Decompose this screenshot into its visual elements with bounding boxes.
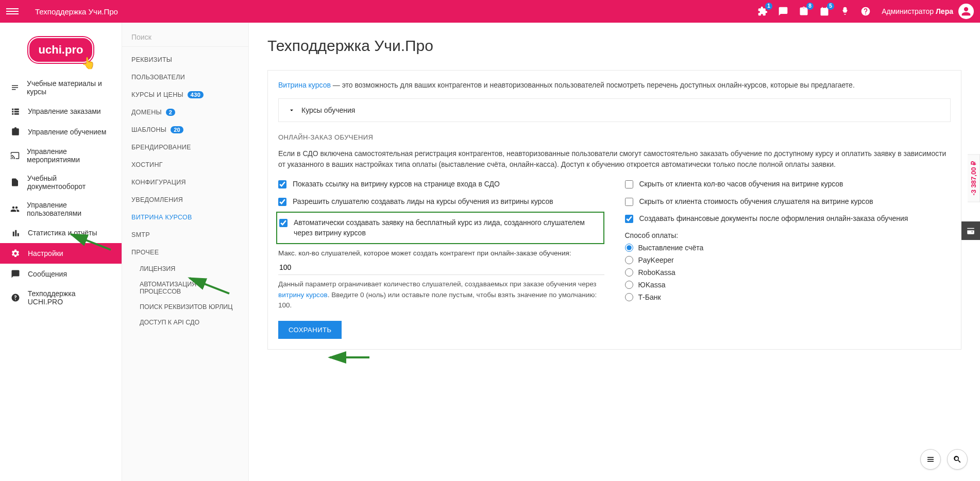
pay-opt-paykeeper[interactable]: PayKeeper <box>625 256 951 264</box>
radio[interactable] <box>625 256 633 264</box>
sidebar-item-support[interactable]: Техподдержка UCHI.PRO <box>0 284 122 311</box>
check-label: Скрыть от клиента стоимость обучения слу… <box>639 197 873 207</box>
radio[interactable] <box>625 293 633 301</box>
sidebar-item-events[interactable]: Управление мероприятиями <box>0 142 122 169</box>
news-icon[interactable] <box>839 6 851 17</box>
badge: 1 <box>765 3 772 10</box>
clipboard-icon <box>10 127 21 137</box>
cursor-icon: 👆 <box>81 57 95 70</box>
sub-nav-other[interactable]: ПРОЧЕЕ <box>122 244 248 261</box>
check-auto-create[interactable]: Автоматически создавать заявку на беспла… <box>279 218 599 238</box>
max-listeners-input[interactable] <box>278 260 604 275</box>
checkbox[interactable] <box>625 198 633 206</box>
sidebar-item-label: Управление пользователями <box>27 201 111 217</box>
sub-nav-license[interactable]: ЛИЦЕНЗИЯ <box>122 261 248 277</box>
users-icon <box>10 204 20 214</box>
check-allow-leads[interactable]: Разрешить слушателю создавать лиды на ку… <box>278 197 604 207</box>
radio[interactable] <box>625 281 633 289</box>
pay-opt-yukassa[interactable]: ЮKassa <box>625 281 951 289</box>
logo[interactable]: uchi.pro👆 <box>0 28 122 74</box>
showcase-link[interactable]: Витрина курсов <box>278 81 331 89</box>
sidebar-item-materials[interactable]: Учебные материалы и курсы <box>0 74 122 101</box>
sub-nav-templates[interactable]: ШАБЛОНЫ20 <box>122 121 248 139</box>
sub-nav-branding[interactable]: БРЕНДИРОВАНИЕ <box>122 139 248 156</box>
sub-nav-api[interactable]: ДОСТУП К API СДО <box>122 315 248 330</box>
search-input[interactable]: Поиск <box>122 28 248 47</box>
checkbox[interactable] <box>278 198 286 206</box>
pay-opt-robokassa[interactable]: RoboKassa <box>625 268 951 277</box>
sub-nav-label: ДОМЕНЫ <box>131 109 162 116</box>
accordion-label: Курсы обучения <box>301 106 355 114</box>
main-content: Техподдержка Учи.Про Витрина курсов — эт… <box>249 23 980 481</box>
helper-text: Данный параметр ограничивает количество … <box>278 279 604 311</box>
save-button[interactable]: СОХРАНИТЬ <box>278 321 342 339</box>
user-menu[interactable]: Администратор Лера <box>882 4 974 19</box>
sidebar-item-label: Сообщения <box>28 270 67 278</box>
sub-nav-configuration[interactable]: КОНФИГУРАЦИЯ <box>122 174 248 191</box>
sub-nav-req-search[interactable]: ПОИСК РЕКВИЗИТОВ ЮРЛИЦ <box>122 299 248 315</box>
check-label: Автоматически создавать заявку на беспла… <box>294 218 599 238</box>
sub-nav-courses-prices[interactable]: КУРСЫ И ЦЕНЫ430 <box>122 86 248 104</box>
user-role: Администратор <box>882 7 934 15</box>
section-desc: Если в СДО включена самостоятельная реги… <box>278 148 951 170</box>
sub-nav-label: ПОЛЬЗОВАТЕЛИ <box>131 74 185 81</box>
app-title: Техподдержка Учи.Про <box>35 7 118 16</box>
fab-search-icon[interactable] <box>947 449 968 470</box>
menu-toggle-icon[interactable] <box>6 5 19 18</box>
checkbox[interactable] <box>625 215 633 223</box>
sub-nav-automation[interactable]: АВТОМАТИЗАЦИЯ ПРОЦЕССОВ <box>122 277 248 299</box>
sidebar-item-label: Учебные материалы и курсы <box>27 79 111 96</box>
cast-icon <box>10 150 20 161</box>
assignment-icon[interactable]: 8 <box>798 6 809 17</box>
help-icon[interactable] <box>860 6 871 17</box>
pay-opt-invoice[interactable]: Выставление счёта <box>625 244 951 252</box>
checkbox[interactable] <box>279 219 288 227</box>
sub-nav-notifications[interactable]: УВЕДОМЛЕНИЯ <box>122 191 248 209</box>
event-icon[interactable]: 5 <box>819 6 830 17</box>
sub-nav-label: КУРСЫ И ЦЕНЫ <box>131 91 183 98</box>
radio[interactable] <box>625 268 633 277</box>
sidebar-item-label: Управление заказами <box>28 107 101 115</box>
courses-accordion[interactable]: Курсы обучения <box>278 98 951 122</box>
fab-list-icon[interactable] <box>920 449 941 470</box>
settings-card: Витрина курсов — это возможность для ваш… <box>267 70 961 350</box>
sub-nav-label: БРЕНДИРОВАНИЕ <box>131 144 191 151</box>
doc-icon <box>10 177 20 187</box>
sidebar-item-documents[interactable]: Учебный документооборот <box>0 169 122 196</box>
sidebar-item-label: Учебный документооборот <box>27 174 111 191</box>
radio-label: RoboKassa <box>638 268 675 277</box>
sub-nav-smtp[interactable]: SMTP <box>122 226 248 244</box>
intro-rest: — это возможность для ваших контрагентов… <box>331 81 855 89</box>
check-hide-price[interactable]: Скрыть от клиента стоимость обучения слу… <box>625 197 951 207</box>
sub-nav-hosting[interactable]: ХОСТИНГ <box>122 156 248 174</box>
sub-nav-showcase[interactable]: ВИТРИНА КУРСОВ <box>122 209 248 226</box>
showcase-inline-link[interactable]: витрину курсов <box>278 291 328 299</box>
sub-nav-users[interactable]: ПОЛЬЗОВАТЕЛИ <box>122 68 248 86</box>
pay-opt-tbank[interactable]: Т-Банк <box>625 293 951 301</box>
chat-icon[interactable] <box>778 6 789 17</box>
sidebar-item-orders[interactable]: Управление заказами <box>0 101 122 122</box>
sidebar-item-messages[interactable]: Сообщения <box>0 264 122 284</box>
checkbox[interactable] <box>625 180 633 188</box>
puzzle-icon[interactable]: 1 <box>757 6 768 17</box>
check-hide-hours[interactable]: Скрыть от клиента кол-во часов обучения … <box>625 179 951 190</box>
sidebar-item-learning[interactable]: Управление обучением <box>0 122 122 142</box>
radio[interactable] <box>625 244 633 252</box>
sub-nav-requisites[interactable]: РЕКВИЗИТЫ <box>122 51 248 68</box>
wallet-icon[interactable] <box>961 221 980 240</box>
check-show-link[interactable]: Показать ссылку на витрину курсов на стр… <box>278 179 604 190</box>
message-icon <box>10 269 21 279</box>
balance-tab[interactable]: -3 387,00 ₽ <box>968 154 980 202</box>
sidebar-item-stats[interactable]: Статистика и отчёты <box>0 222 122 243</box>
check-create-findocs[interactable]: Создавать финансовые документы после офо… <box>625 214 951 224</box>
sub-nav-domains[interactable]: ДОМЕНЫ2 <box>122 104 248 121</box>
highlight-box: Автоматически создавать заявку на беспла… <box>276 212 604 244</box>
sidebar-item-settings[interactable]: Настройки <box>0 243 122 264</box>
count-badge: 430 <box>188 91 204 98</box>
sidebar-item-users[interactable]: Управление пользователями <box>0 196 122 222</box>
radio-label: PayKeeper <box>638 256 674 264</box>
sub-nav-label: ПРОЧЕЕ <box>131 249 159 256</box>
check-label: Создавать финансовые документы после офо… <box>639 214 908 224</box>
sidebar-item-label: Настройки <box>28 249 63 257</box>
checkbox[interactable] <box>278 180 286 188</box>
